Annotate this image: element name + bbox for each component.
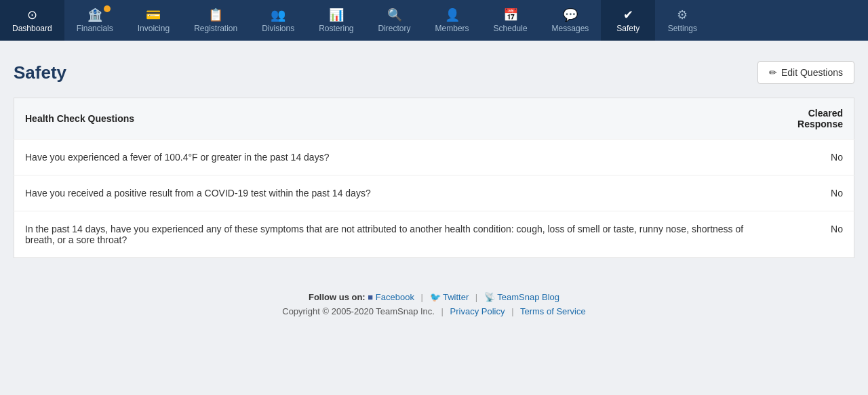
edit-icon: ✏ [769,67,777,78]
nav-item-schedule[interactable]: 📅Schedule [481,0,540,41]
privacy-link[interactable]: Privacy Policy [450,306,505,316]
directory-label: Directory [378,24,411,33]
twitter-icon: 🐦 [430,292,441,302]
nav-item-dashboard[interactable]: ⊙Dashboard [0,0,64,41]
question-cell-0: Have you experienced a fever of 100.4°F … [14,140,755,175]
nav-item-messages[interactable]: 💬Messages [540,0,601,41]
question-cell-1: Have you received a positive result from… [14,175,755,211]
dashboard-label: Dashboard [12,24,52,33]
response-cell-0: No [754,140,854,175]
table-row: Have you experienced a fever of 100.4°F … [14,140,854,175]
main-content: Safety ✏ Edit Questions Health Check Que… [0,41,868,272]
registration-label: Registration [194,24,237,33]
table-header-row: Health Check Questions Cleared Response [14,98,854,140]
response-cell-2: No [754,211,854,258]
nav-item-settings[interactable]: ⚙Settings [655,0,709,41]
nav-item-members[interactable]: 👤Members [423,0,481,41]
twitter-link[interactable]: Twitter [443,292,469,302]
messages-label: Messages [552,24,589,33]
schedule-icon: 📅 [503,7,518,22]
directory-icon: 🔍 [387,7,402,22]
financials-label: Financials [77,24,113,33]
safety-icon: ✔ [623,7,633,22]
settings-label: Settings [668,24,697,33]
nav-item-safety[interactable]: ✔Safety [601,0,655,41]
footer-copyright-row: Copyright © 2005-2020 TeamSnap Inc. | Pr… [14,306,854,316]
footer-follow-row: Follow us on: ■ Facebook | 🐦 Twitter | 📡… [14,292,854,302]
divisions-label: Divisions [262,24,294,33]
facebook-link[interactable]: Facebook [376,292,414,302]
financials-icon: 🏦 [87,7,102,22]
registration-icon: 📋 [208,7,223,22]
nav-item-rostering[interactable]: 📊Rostering [307,0,366,41]
messages-icon: 💬 [563,7,578,22]
col-question-header: Health Check Questions [14,98,755,140]
settings-icon: ⚙ [677,7,688,22]
members-label: Members [435,24,469,33]
table-row: Have you received a positive result from… [14,175,854,211]
dashboard-icon: ⊙ [27,7,37,22]
invoicing-icon: 💳 [146,7,161,22]
members-icon: 👤 [445,7,460,22]
response-cell-1: No [754,175,854,211]
copyright-text: Copyright © 2005-2020 TeamSnap Inc. [282,306,435,316]
divisions-icon: 👥 [271,7,285,22]
page-title: Safety [14,62,66,83]
safety-label: Safety [616,24,639,33]
notification-badge [104,5,111,12]
rostering-icon: 📊 [329,7,344,22]
follow-label: Follow us on: [309,292,366,302]
question-cell-2: In the past 14 days, have you experience… [14,211,755,258]
facebook-icon: ■ [368,292,373,302]
nav-item-divisions[interactable]: 👥Divisions [250,0,307,41]
nav-item-directory[interactable]: 🔍Directory [366,0,423,41]
nav-item-registration[interactable]: 📋Registration [182,0,250,41]
health-check-table: Health Check Questions Cleared Response … [14,98,854,258]
nav-bar: ⊙Dashboard🏦Financials💳Invoicing📋Registra… [0,0,868,41]
blog-icon: 📡 [484,292,495,302]
page-header: Safety ✏ Edit Questions [14,61,854,84]
footer: Follow us on: ■ Facebook | 🐦 Twitter | 📡… [0,272,868,330]
edit-questions-button[interactable]: ✏ Edit Questions [757,61,854,84]
terms-link[interactable]: Terms of Service [520,306,586,316]
invoicing-label: Invoicing [138,24,170,33]
schedule-label: Schedule [494,24,528,33]
nav-item-invoicing[interactable]: 💳Invoicing [125,0,182,41]
table-row: In the past 14 days, have you experience… [14,211,854,258]
rostering-label: Rostering [319,24,353,33]
nav-item-financials[interactable]: 🏦Financials [64,0,125,41]
col-response-header: Cleared Response [754,98,854,140]
blog-link[interactable]: TeamSnap Blog [497,292,559,302]
